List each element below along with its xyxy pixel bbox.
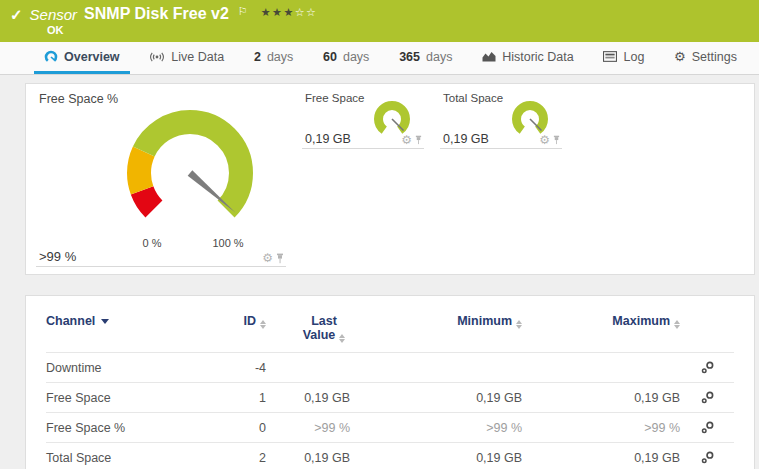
header-maximum[interactable]: Maximum [522,314,680,329]
gear-icon: ⚙ [674,50,686,63]
gear-icon[interactable]: ⚙ [262,252,273,264]
channel-settings-icon[interactable] [701,421,714,434]
gauge-total-space: Total Space 0,19 GB ⚙ [440,89,562,149]
tab-label: Log [623,50,644,64]
cell-last-value: >99 % [266,421,350,435]
tab-label: Live Data [171,50,224,64]
cell-maximum: 0,19 GB [522,391,680,405]
gauge-scale-max: 100 % [212,237,243,249]
sensor-title: SNMP Disk Free v2 [84,5,229,23]
free-space-percent-gauge: 0 % 100 % [100,103,280,253]
pin-icon[interactable] [415,135,422,145]
tab-unit: days [267,50,293,64]
status-check-icon: ✓ [10,7,23,22]
sensor-page: ✓ Sensor SNMP Disk Free v2 ⚐ ★★★☆☆ OK Ov… [0,0,759,469]
tab-number: 365 [399,50,420,64]
header-id[interactable]: ID [214,314,266,329]
tab-2-days[interactable]: 2 days [244,42,303,74]
tab-bar: Overview Live Data 2 days 60 days 365 da… [0,42,759,75]
sensor-header: ✓ Sensor SNMP Disk Free v2 ⚐ ★★★☆☆ OK [0,0,759,42]
table-row-total-space: Total Space 2 0,19 GB 0,19 GB 0,19 GB [46,442,734,469]
cell-minimum: 0,19 GB [350,451,522,465]
cell-id: 1 [214,391,266,405]
header-last-value[interactable]: Last Value [266,314,350,343]
tab-60-days[interactable]: 60 days [313,42,379,74]
log-icon [603,51,617,62]
cell-last-value: 0,19 GB [266,451,350,465]
cell-id: 2 [214,451,266,465]
tab-label: Overview [64,50,120,64]
gear-icon[interactable]: ⚙ [401,134,412,146]
object-kind-label: Sensor [30,6,78,23]
table-header-row: Channel ID Last Value Minimum Maximum [46,306,734,352]
cell-id: -4 [214,361,266,375]
gauge-value: 0,19 GB [305,132,351,146]
table-row-downtime: Downtime -4 [46,352,734,382]
pin-icon[interactable] [276,253,284,264]
tab-label: Settings [692,50,737,64]
cell-minimum: >99 % [350,421,522,435]
tab-overview[interactable]: Overview [34,42,130,74]
star-empty-icons: ☆☆ [295,6,318,18]
tab-unit: days [343,50,369,64]
star-filled-icons: ★★★ [261,6,295,18]
sort-icon [674,320,680,329]
priority-stars[interactable]: ★★★☆☆ [261,6,318,19]
gauges-panel: Free Space % 0 % 100 % >99 % ⚙ [25,83,755,275]
gauge-scale-min: 0 % [143,237,162,249]
flag-icon[interactable]: ⚐ [238,6,248,17]
header-minimum[interactable]: Minimum [350,314,522,329]
overview-content: Free Space % 0 % 100 % >99 % ⚙ [0,75,759,469]
tab-number: 60 [323,50,337,64]
tab-settings[interactable]: ⚙ Settings [664,42,747,74]
tab-365-days[interactable]: 365 days [389,42,462,74]
cell-channel: Total Space [46,451,214,465]
sort-caret-icon [101,319,109,324]
cell-last-value: 0,19 GB [266,391,350,405]
tab-live-data[interactable]: Live Data [139,42,234,74]
pin-icon[interactable] [553,135,560,145]
channel-settings-icon[interactable] [701,391,714,404]
gauge-free-space-percent: Free Space % 0 % 100 % >99 % ⚙ [36,89,286,267]
gauge-value: 0,19 GB [443,132,489,146]
tab-log[interactable]: Log [593,42,654,74]
gear-icon[interactable]: ⚙ [539,134,550,146]
area-chart-icon [482,51,496,62]
tab-label: Historic Data [502,50,574,64]
live-signal-icon [149,51,165,63]
table-row-free-space-percent: Free Space % 0 >99 % >99 % >99 % [46,412,734,442]
table-row-free-space: Free Space 1 0,19 GB 0,19 GB 0,19 GB [46,382,734,412]
gauge-icon [44,50,58,64]
status-badge: OK [47,24,749,36]
tab-number: 2 [254,50,261,64]
cell-minimum: 0,19 GB [350,391,522,405]
tab-historic-data[interactable]: Historic Data [472,42,584,74]
channel-settings-icon[interactable] [701,451,714,464]
cell-channel: Free Space [46,391,214,405]
channels-table: Channel ID Last Value Minimum Maximum Do… [25,295,755,469]
cell-maximum: >99 % [522,421,680,435]
gauge-value: >99 % [39,249,76,264]
tab-unit: days [426,50,452,64]
gauge-free-space: Free Space 0,19 GB ⚙ [302,89,424,149]
header-channel[interactable]: Channel [46,314,214,328]
cell-channel: Downtime [46,361,214,375]
cell-id: 0 [214,421,266,435]
sort-icon [339,334,345,343]
cell-channel: Free Space % [46,421,214,435]
cell-maximum: 0,19 GB [522,451,680,465]
channel-settings-icon[interactable] [701,361,714,374]
